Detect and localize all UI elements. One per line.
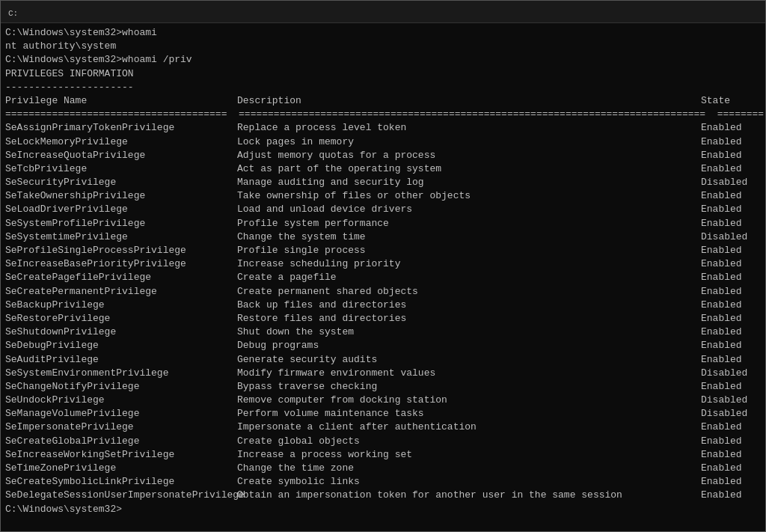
priv-description: Adjust memory quotas for a process xyxy=(237,149,701,162)
privilege-row: SeCreatePermanentPrivilege Create perman… xyxy=(5,285,761,299)
privilege-row: SeDelegateSessionUserImpersonatePrivileg… xyxy=(5,489,761,502)
priv-state: Enabled xyxy=(701,135,761,149)
privilege-row: SeRestorePrivilege Restore files and dir… xyxy=(5,312,761,325)
privilege-row: SeSecurityPrivilege Manage auditing and … xyxy=(5,176,761,189)
privilege-row: SeManageVolumePrivilege Perform volume m… xyxy=(5,407,761,421)
priv-name: SeIncreaseBasePriorityPrivilege xyxy=(5,257,237,271)
priv-state: Enabled xyxy=(701,299,761,312)
privilege-row: SeSystemEnvironmentPrivilege Modify firm… xyxy=(5,367,761,380)
privilege-row: SeIncreaseWorkingSetPrivilege Increase a… xyxy=(5,448,761,462)
priv-name: SeSecurityPrivilege xyxy=(5,176,237,189)
priv-name: SeLoadDriverPrivilege xyxy=(5,203,237,216)
priv-name: SeImpersonatePrivilege xyxy=(5,421,237,434)
priv-state: Enabled xyxy=(701,462,761,475)
privilege-row: SeCreateGlobalPrivilege Create global ob… xyxy=(5,435,761,448)
privilege-row: SeLockMemoryPrivilege Lock pages in memo… xyxy=(5,135,761,149)
terminal-content[interactable]: C:\Windows\system32>whoamint authority\s… xyxy=(1,23,765,531)
priv-name: SeCreateGlobalPrivilege xyxy=(5,435,237,448)
priv-name: SeSystemProfilePrivilege xyxy=(5,217,237,230)
privilege-row: SeShutdownPrivilege Shut down the system… xyxy=(5,325,761,339)
priv-state: Enabled xyxy=(701,312,761,325)
col-header-state: State xyxy=(701,94,761,108)
terminal-line: nt authority\system xyxy=(5,40,761,53)
privileges-header: Privilege Name Description State xyxy=(5,94,761,108)
priv-state: Enabled xyxy=(701,217,761,230)
priv-description: Lock pages in memory xyxy=(237,135,701,149)
privilege-row: SeSystemtimePrivilege Change the system … xyxy=(5,230,761,244)
privilege-row: SeUndockPrivilege Remove computer from d… xyxy=(5,394,761,407)
restore-button[interactable] xyxy=(692,1,726,23)
priv-state: Enabled xyxy=(701,162,761,176)
privilege-row: SeChangeNotifyPrivilege Bypass traverse … xyxy=(5,380,761,394)
priv-state: Enabled xyxy=(701,475,761,489)
priv-description: Bypass traverse checking xyxy=(237,380,701,394)
priv-description: Create a pagefile xyxy=(237,271,701,284)
priv-state: Enabled xyxy=(701,149,761,162)
priv-description: Manage auditing and security log xyxy=(237,176,701,189)
priv-name: SeIncreaseWorkingSetPrivilege xyxy=(5,448,237,462)
priv-name: SeCreatePermanentPrivilege xyxy=(5,285,237,299)
priv-state: Enabled xyxy=(701,435,761,448)
terminal-output: C:\Windows\system32>whoamint authority\s… xyxy=(5,26,761,516)
minimize-button[interactable] xyxy=(658,1,692,23)
priv-description: Replace a process level token xyxy=(237,121,701,135)
cmd-window: C: C:\Windows\system32>whoamint authorit… xyxy=(0,0,766,532)
priv-description: Take ownership of files or other objects xyxy=(237,189,701,203)
priv-description: Obtain an impersonation token for anothe… xyxy=(237,489,701,502)
privilege-row: SeLoadDriverPrivilege Load and unload de… xyxy=(5,203,761,216)
priv-state: Disabled xyxy=(701,394,761,407)
privilege-row: SeAssignPrimaryTokenPrivilege Replace a … xyxy=(5,121,761,135)
priv-state: Enabled xyxy=(701,189,761,203)
titlebar-controls xyxy=(658,1,759,23)
priv-state: Enabled xyxy=(701,285,761,299)
priv-description: Profile system performance xyxy=(237,217,701,230)
priv-description: Act as part of the operating system xyxy=(237,162,701,176)
priv-description: Change the system time xyxy=(237,230,701,244)
terminal-line: C:\Windows\system32>whoami xyxy=(5,26,761,40)
terminal-line: PRIVILEGES INFORMATION xyxy=(5,67,761,81)
priv-description: Generate security audits xyxy=(237,353,701,367)
privilege-row: SeProfileSingleProcessPrivilege Profile … xyxy=(5,244,761,257)
priv-name: SeUndockPrivilege xyxy=(5,394,237,407)
priv-state: Enabled xyxy=(701,121,761,135)
privilege-row: SeTakeOwnershipPrivilege Take ownership … xyxy=(5,189,761,203)
priv-state: Enabled xyxy=(701,489,761,502)
terminal-line: C:\Windows\system32>whoami /priv xyxy=(5,53,761,67)
priv-description: Shut down the system xyxy=(237,325,701,339)
priv-state: Enabled xyxy=(701,353,761,367)
priv-description: Create permanent shared objects xyxy=(237,285,701,299)
priv-name: SeDelegateSessionUserImpersonatePrivileg… xyxy=(5,489,237,502)
terminal-prompt: C:\Windows\system32> xyxy=(5,503,761,516)
priv-name: SeLockMemoryPrivilege xyxy=(5,135,237,149)
svg-text:C:: C: xyxy=(8,9,18,18)
priv-description: Modify firmware environment values xyxy=(237,367,701,380)
priv-state: Disabled xyxy=(701,367,761,380)
titlebar-left: C: xyxy=(7,6,23,18)
col-header-desc: Description xyxy=(237,94,701,108)
priv-state: Enabled xyxy=(701,271,761,284)
priv-name: SeTcbPrivilege xyxy=(5,162,237,176)
privilege-row: SeSystemProfilePrivilege Profile system … xyxy=(5,217,761,230)
terminal-line: ---------------------- xyxy=(5,81,761,94)
priv-name: SeIncreaseQuotaPrivilege xyxy=(5,149,237,162)
priv-description: Create symbolic links xyxy=(237,475,701,489)
priv-name: SeCreatePagefilePrivilege xyxy=(5,271,237,284)
privilege-row: SeCreateSymbolicLinkPrivilege Create sym… xyxy=(5,475,761,489)
priv-state: Enabled xyxy=(701,325,761,339)
priv-description: Increase scheduling priority xyxy=(237,257,701,271)
separator-row: ====================================== =… xyxy=(5,108,761,121)
priv-description: Debug programs xyxy=(237,339,701,352)
privilege-row: SeBackupPrivilege Back up files and dire… xyxy=(5,299,761,312)
priv-description: Create global objects xyxy=(237,435,701,448)
priv-description: Change the time zone xyxy=(237,462,701,475)
priv-description: Impersonate a client after authenticatio… xyxy=(237,421,701,434)
close-button[interactable] xyxy=(726,1,759,23)
privilege-row: SeTimeZonePrivilege Change the time zone… xyxy=(5,462,761,475)
priv-state: Disabled xyxy=(701,407,761,421)
priv-state: Enabled xyxy=(701,448,761,462)
privilege-row: SeIncreaseBasePriorityPrivilege Increase… xyxy=(5,257,761,271)
privilege-row: SeCreatePagefilePrivilege Create a pagef… xyxy=(5,271,761,284)
priv-state: Enabled xyxy=(701,380,761,394)
priv-description: Perform volume maintenance tasks xyxy=(237,407,701,421)
priv-name: SeTakeOwnershipPrivilege xyxy=(5,189,237,203)
